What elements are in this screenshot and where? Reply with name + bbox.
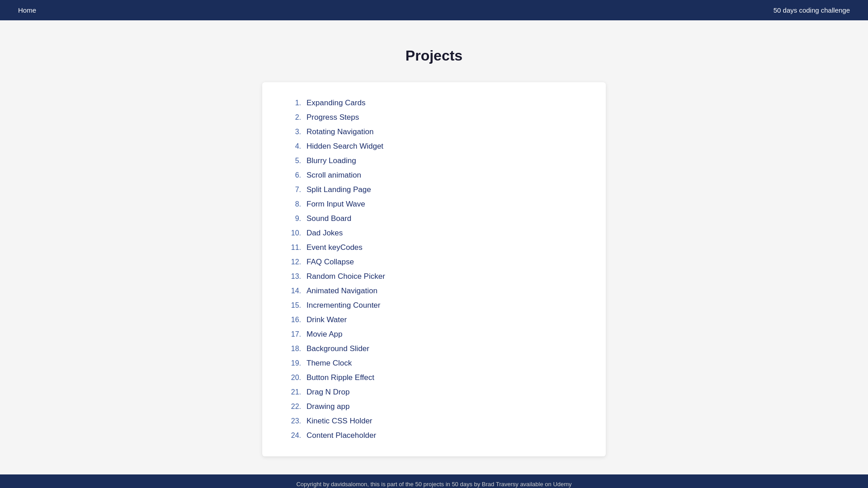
project-link[interactable]: Expanding Cards bbox=[307, 99, 365, 108]
project-number: 19. bbox=[280, 359, 301, 367]
project-number: 12. bbox=[280, 258, 301, 266]
project-link[interactable]: Button Ripple Effect bbox=[307, 373, 374, 382]
list-item: 12.FAQ Collapse bbox=[280, 255, 583, 269]
project-link[interactable]: Incrementing Counter bbox=[307, 301, 380, 310]
project-number: 8. bbox=[280, 200, 301, 208]
projects-container: 1.Expanding Cards2.Progress Steps3.Rotat… bbox=[262, 82, 606, 456]
list-item: 2.Progress Steps bbox=[280, 110, 583, 125]
project-link[interactable]: Blurry Loading bbox=[307, 156, 356, 165]
project-link[interactable]: Theme Clock bbox=[307, 359, 352, 368]
project-link[interactable]: Drink Water bbox=[307, 315, 347, 324]
project-link[interactable]: FAQ Collapse bbox=[307, 258, 354, 267]
project-number: 15. bbox=[280, 301, 301, 310]
list-item: 22.Drawing app bbox=[280, 399, 583, 414]
project-number: 24. bbox=[280, 432, 301, 440]
project-link[interactable]: Form Input Wave bbox=[307, 200, 365, 209]
list-item: 18.Background Slider bbox=[280, 342, 583, 356]
list-item: 24.Content Placeholder bbox=[280, 428, 583, 443]
project-number: 14. bbox=[280, 287, 301, 295]
project-number: 17. bbox=[280, 330, 301, 338]
footer: Copyright by davidsalomon, this is part … bbox=[0, 474, 868, 488]
project-number: 11. bbox=[280, 244, 301, 252]
project-number: 7. bbox=[280, 186, 301, 194]
project-number: 20. bbox=[280, 374, 301, 382]
list-item: 11.Event keyCodes bbox=[280, 240, 583, 255]
project-number: 3. bbox=[280, 128, 301, 136]
list-item: 7.Split Landing Page bbox=[280, 183, 583, 197]
project-link[interactable]: Sound Board bbox=[307, 214, 351, 223]
project-number: 10. bbox=[280, 229, 301, 237]
list-item: 20.Button Ripple Effect bbox=[280, 371, 583, 385]
project-link[interactable]: Hidden Search Widget bbox=[307, 142, 383, 151]
project-number: 6. bbox=[280, 171, 301, 179]
list-item: 3.Rotating Navigation bbox=[280, 125, 583, 139]
list-item: 1.Expanding Cards bbox=[280, 96, 583, 110]
navbar: Home 50 days coding challenge bbox=[0, 0, 868, 20]
project-link[interactable]: Rotating Navigation bbox=[307, 127, 373, 136]
project-link[interactable]: Movie App bbox=[307, 330, 342, 339]
project-number: 23. bbox=[280, 417, 301, 425]
list-item: 9.Sound Board bbox=[280, 211, 583, 226]
list-item: 5.Blurry Loading bbox=[280, 154, 583, 168]
project-number: 4. bbox=[280, 142, 301, 150]
list-item: 6.Scroll animation bbox=[280, 168, 583, 183]
nav-home-link[interactable]: Home bbox=[18, 6, 36, 14]
project-number: 16. bbox=[280, 316, 301, 324]
project-number: 22. bbox=[280, 403, 301, 411]
list-item: 13.Random Choice Picker bbox=[280, 269, 583, 284]
list-item: 10.Dad Jokes bbox=[280, 226, 583, 240]
list-item: 4.Hidden Search Widget bbox=[280, 139, 583, 154]
nav-challenge-label: 50 days coding challenge bbox=[774, 6, 850, 14]
project-link[interactable]: Drawing app bbox=[307, 402, 349, 411]
list-item: 23.Kinetic CSS Holder bbox=[280, 414, 583, 428]
project-link[interactable]: Split Landing Page bbox=[307, 185, 371, 194]
projects-list: 1.Expanding Cards2.Progress Steps3.Rotat… bbox=[280, 96, 583, 443]
project-link[interactable]: Event keyCodes bbox=[307, 243, 363, 252]
list-item: 8.Form Input Wave bbox=[280, 197, 583, 211]
project-number: 21. bbox=[280, 388, 301, 396]
project-number: 13. bbox=[280, 272, 301, 281]
page-title: Projects bbox=[406, 47, 462, 64]
project-link[interactable]: Progress Steps bbox=[307, 113, 359, 122]
project-number: 9. bbox=[280, 215, 301, 223]
project-number: 18. bbox=[280, 345, 301, 353]
project-link[interactable]: Animated Navigation bbox=[307, 286, 377, 296]
project-link[interactable]: Scroll animation bbox=[307, 171, 361, 180]
list-item: 15.Incrementing Counter bbox=[280, 298, 583, 313]
list-item: 21.Drag N Drop bbox=[280, 385, 583, 399]
project-link[interactable]: Dad Jokes bbox=[307, 229, 343, 238]
footer-text: Copyright by davidsalomon, this is part … bbox=[296, 481, 571, 488]
list-item: 17.Movie App bbox=[280, 327, 583, 342]
project-link[interactable]: Background Slider bbox=[307, 344, 369, 353]
project-number: 2. bbox=[280, 113, 301, 122]
list-item: 16.Drink Water bbox=[280, 313, 583, 327]
list-item: 14.Animated Navigation bbox=[280, 284, 583, 298]
project-number: 1. bbox=[280, 99, 301, 107]
project-number: 5. bbox=[280, 157, 301, 165]
project-link[interactable]: Content Placeholder bbox=[307, 431, 376, 440]
project-link[interactable]: Kinetic CSS Holder bbox=[307, 417, 373, 426]
project-link[interactable]: Drag N Drop bbox=[307, 388, 349, 397]
main-content: Projects 1.Expanding Cards2.Progress Ste… bbox=[0, 20, 868, 474]
list-item: 19.Theme Clock bbox=[280, 356, 583, 371]
project-link[interactable]: Random Choice Picker bbox=[307, 272, 385, 281]
